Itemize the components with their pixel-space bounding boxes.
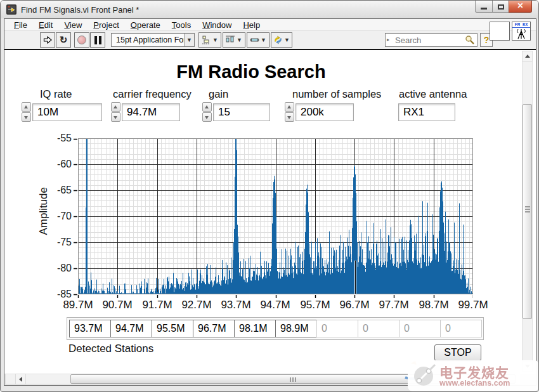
y-tick-label: -75 [45, 237, 72, 248]
decrement-icon[interactable] [285, 112, 294, 122]
close-button[interactable]: ✕ [509, 1, 532, 13]
station-cell[interactable]: 96.7M [193, 320, 235, 337]
station-cell-empty[interactable]: 0 [316, 320, 358, 337]
active-antenna-input[interactable]: RX1 [398, 103, 455, 121]
vertical-scrollbar-thumb[interactable] [523, 104, 532, 319]
arrow-left-icon [19, 377, 22, 382]
align-objects-button[interactable]: ▼ [198, 32, 221, 48]
search-box[interactable]: ▸ [385, 33, 477, 47]
station-cell[interactable]: 98.1M [234, 320, 276, 337]
gain-input[interactable]: 15 [213, 103, 270, 121]
arrow-up-icon [525, 55, 530, 58]
search-input[interactable] [394, 34, 460, 46]
y-tick-label: -60 [45, 159, 72, 170]
watermark: 电子发烧友 www.elecfans.com [408, 360, 539, 391]
decrement-icon[interactable] [22, 112, 31, 122]
resize-objects-button[interactable]: ▼ [247, 32, 270, 48]
minimize-button[interactable] [475, 1, 493, 13]
decrement-icon[interactable] [202, 112, 212, 122]
y-tick-label: -80 [45, 263, 72, 274]
distribute-objects-icon [226, 36, 235, 44]
window-title: Find FM Signals.vi Front Panel * [21, 5, 139, 15]
iq-rate-spinner[interactable] [22, 102, 32, 122]
carrier-frequency-input[interactable]: 94.7M [122, 103, 180, 121]
menu-edit[interactable]: Edit [33, 20, 58, 30]
number-of-samples-label: number of samples [292, 88, 381, 100]
run-button[interactable] [40, 32, 55, 48]
vi-icon-text: FM RX [512, 22, 530, 28]
minimize-icon [481, 8, 487, 10]
station-cell[interactable]: 98.9M [275, 320, 317, 337]
menu-file[interactable]: File [8, 20, 33, 30]
x-tick-label: 99.7M [452, 299, 494, 311]
increment-icon[interactable] [202, 102, 212, 112]
chevron-down-icon: ▼ [284, 37, 290, 43]
menu-window[interactable]: Window [197, 20, 237, 30]
x-tick-label: 94.7M [254, 299, 296, 311]
title-bar[interactable]: Find FM Signals.vi Front Panel * ✕ [1, 1, 538, 18]
scroll-up-button[interactable] [522, 51, 533, 62]
search-icon[interactable] [465, 35, 475, 45]
chevron-down-icon: ▼ [237, 37, 242, 43]
elecfans-logo [412, 363, 437, 388]
x-tick-label: 97.7M [373, 299, 415, 311]
pause-button[interactable] [90, 32, 105, 48]
x-tick-label: 89.7M [57, 299, 99, 311]
menu-bar: File Edit View Project Operate Tools Win… [4, 19, 536, 31]
menu-operate[interactable]: Operate [125, 20, 166, 30]
vi-icon-pane[interactable]: FM RX [512, 22, 531, 41]
station-cell-empty[interactable]: 0 [399, 320, 441, 337]
y-tick-label: -65 [45, 185, 72, 196]
number-of-samples-spinner[interactable] [285, 102, 295, 122]
chevron-down-icon[interactable]: ▼ [184, 34, 194, 46]
run-arrow-icon [42, 35, 53, 45]
number-of-samples-input[interactable]: 200k [295, 103, 354, 121]
gain-label: gain [209, 88, 228, 100]
increment-icon[interactable] [111, 102, 120, 112]
carrier-frequency-spinner[interactable] [111, 102, 121, 122]
stop-button[interactable]: STOP [434, 344, 481, 361]
run-continuously-icon: ↻ [60, 34, 68, 46]
labview-front-panel-window: Find FM Signals.vi Front Panel * ✕ File … [0, 0, 539, 392]
decrement-icon[interactable] [111, 112, 120, 122]
menu-tools[interactable]: Tools [166, 20, 197, 30]
distribute-objects-button[interactable]: ▼ [223, 32, 245, 48]
menu-view[interactable]: View [58, 20, 88, 30]
abort-button[interactable] [74, 32, 89, 48]
maximize-button[interactable] [492, 1, 509, 13]
menu-project[interactable]: Project [88, 20, 124, 30]
align-objects-icon [202, 36, 211, 44]
font-selector[interactable]: 15pt Application Font ▼ [111, 33, 195, 47]
increment-icon[interactable] [22, 102, 31, 112]
abort-icon [77, 36, 86, 44]
antenna-icon [512, 28, 530, 40]
chevron-down-icon: ▼ [261, 37, 266, 43]
spectrum-plot [73, 138, 473, 298]
iq-rate-label: IQ rate [40, 88, 72, 100]
run-continuously-button[interactable]: ↻ [56, 32, 71, 48]
station-cell-empty[interactable]: 0 [358, 320, 399, 337]
gain-spinner[interactable] [202, 102, 212, 122]
pause-icon [94, 36, 101, 44]
station-cell-empty[interactable]: 0 [440, 320, 482, 337]
iq-rate-input[interactable]: 10M [32, 103, 102, 121]
x-tick-label: 98.7M [413, 299, 455, 311]
menu-help[interactable]: Help [237, 20, 266, 30]
reorder-objects-button[interactable]: ▼ [271, 32, 292, 48]
x-tick-label: 96.7M [334, 299, 375, 311]
increment-icon[interactable] [285, 102, 294, 112]
maximize-icon [498, 4, 504, 10]
chevron-down-icon: ▼ [212, 37, 218, 43]
icon-pane-blank [490, 22, 510, 41]
search-scope-icon[interactable]: ▸ [387, 37, 389, 42]
watermark-url: www.elecfans.com [439, 379, 510, 388]
x-tick-label: 93.7M [215, 299, 257, 311]
station-cell[interactable]: 93.7M [69, 320, 111, 337]
x-tick-label: 92.7M [176, 299, 218, 311]
station-cell[interactable]: 95.5M [152, 320, 193, 337]
station-cell[interactable]: 94.7M [110, 320, 152, 337]
page-title: FM Radio Search [143, 62, 359, 82]
scroll-left-button[interactable] [15, 374, 26, 384]
font-selector-value: 15pt Application Font [116, 36, 190, 44]
detected-stations-array: 93.7M 94.7M 95.5M 96.7M 98.1M 98.9M 0 0 … [67, 317, 484, 340]
